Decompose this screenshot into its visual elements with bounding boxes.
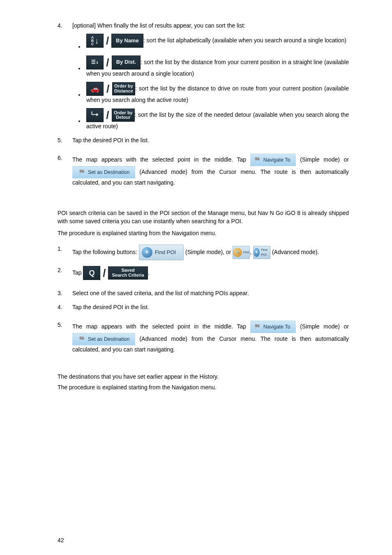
step-number: 2. xyxy=(58,266,72,280)
b-step-2: 2. Tap Q / SavedSearch Criteria . xyxy=(58,266,349,280)
procedure-para: The procedure is explained starting from… xyxy=(58,229,349,237)
find-poi-icon: ✦ xyxy=(142,247,152,258)
by-dist-button[interactable]: By Dist. xyxy=(112,56,141,69)
sort-by-dist-item: • ☰↓ / By Dist.: sort the list by the di… xyxy=(72,56,349,78)
procedure-para-2: The procedure is explained starting from… xyxy=(58,383,349,391)
step-text: Tap the following buttons: xyxy=(72,249,139,255)
step-text: Tap the desired POI in the list. xyxy=(72,136,349,144)
step-text-b: (Simple mode) or xyxy=(300,323,349,329)
step-text: . xyxy=(148,269,150,276)
set-as-destination-button[interactable]: 🏁 Set as Destination xyxy=(72,166,135,178)
step-number: 1. xyxy=(58,245,72,260)
sort-desc: : sort the list alphabetically (availabl… xyxy=(143,37,346,44)
flag-icon: 🏁 xyxy=(78,335,85,343)
step-number: 5. xyxy=(58,136,72,144)
dist-sort-icon[interactable]: ☰↓ xyxy=(86,56,104,69)
step-text: [optional] When finally the list of resu… xyxy=(72,21,349,30)
car-icon[interactable]: 🚗 xyxy=(86,82,104,96)
step-text: (Advanced mode). xyxy=(272,249,319,255)
sort-by-name-item: • ABC↓ / By Name: sort the list alphabet… xyxy=(72,34,349,51)
b-step-5: 5. The map appears with the selected poi… xyxy=(58,321,349,354)
find-poi-mini-button[interactable]: ✦ Find POI xyxy=(253,246,270,259)
magnifier-icon[interactable]: Q xyxy=(83,266,100,280)
slash-separator: / xyxy=(106,56,109,69)
abc-sort-icon[interactable]: ABC↓ xyxy=(86,34,104,48)
slash-separator: / xyxy=(106,108,109,122)
step-number: 6. xyxy=(58,154,72,187)
set-as-destination-button[interactable]: 🏁 Set as Destination xyxy=(72,333,135,345)
bullet: • xyxy=(72,56,86,73)
step-text-a: The map appears with the selected point … xyxy=(72,156,250,162)
history-para: The destinations that you have set earli… xyxy=(58,372,349,381)
step-number: 5. xyxy=(58,321,72,354)
comma: , xyxy=(250,249,253,255)
step-text-a: The map appears with the selected point … xyxy=(72,323,250,329)
step-text: Tap the desired POI in the list. xyxy=(72,303,349,311)
step-number: 4. xyxy=(58,303,72,311)
flag-icon: 🏁 xyxy=(254,323,261,331)
page-number: 42 xyxy=(58,537,64,543)
detour-icon[interactable]: ⮡ xyxy=(86,108,104,122)
flag-icon: 🏁 xyxy=(254,156,261,164)
step-text: Tap xyxy=(72,269,83,276)
slash-separator: / xyxy=(106,34,109,48)
step-text: Select one of the saved criteria, and th… xyxy=(72,289,349,297)
sort-order-distance-item: • 🚗 / Order byDistance : sort the list b… xyxy=(72,82,349,104)
navigate-to-button[interactable]: 🏁 Navigate To xyxy=(250,321,296,333)
step-text: (Simple mode), or xyxy=(185,249,233,255)
list-step-4: 4. [optional] When finally the list of r… xyxy=(58,21,349,30)
find-poi-mini-icon: ✦ xyxy=(254,248,260,257)
find-mini-button[interactable]: 🔍 Find xyxy=(233,246,250,259)
slash-separator: / xyxy=(106,82,109,96)
order-by-detour-button[interactable]: Order byDetour xyxy=(112,109,135,122)
saved-search-criteria-button[interactable]: SavedSearch Criteria xyxy=(108,266,148,280)
find-mini-icon: 🔍 xyxy=(233,248,242,257)
sort-order-detour-item: • ⮡ / Order byDetour : sort the list by … xyxy=(72,108,349,130)
flag-icon: 🏁 xyxy=(78,169,85,176)
step-number: 3. xyxy=(58,289,72,297)
step-text-b: (Simple mode) or xyxy=(300,156,349,162)
order-by-distance-button[interactable]: Order byDistance xyxy=(112,82,135,95)
by-name-button[interactable]: By Name xyxy=(111,34,143,48)
b-step-4: 4. Tap the desired POI in the list. xyxy=(58,303,349,311)
poi-saved-criteria-para: POI search criteria can be saved in the … xyxy=(58,209,349,226)
b-step-3: 3. Select one of the saved criteria, and… xyxy=(58,289,349,297)
step-number: 4. xyxy=(58,21,72,30)
bullet: • xyxy=(72,108,86,125)
find-poi-button[interactable]: ✦ Find POI xyxy=(139,245,184,260)
sort-options-list: • ABC↓ / By Name: sort the list alphabet… xyxy=(72,34,349,130)
navigate-to-button[interactable]: 🏁 Navigate To xyxy=(250,154,296,166)
bullet: • xyxy=(72,82,86,99)
list-step-6: 6. The map appears with the selected poi… xyxy=(58,154,349,187)
slash-separator: / xyxy=(103,266,106,280)
bullet: • xyxy=(72,34,86,51)
list-step-5: 5. Tap the desired POI in the list. xyxy=(58,136,349,144)
b-step-1: 1. Tap the following buttons: ✦ Find POI… xyxy=(58,245,349,260)
